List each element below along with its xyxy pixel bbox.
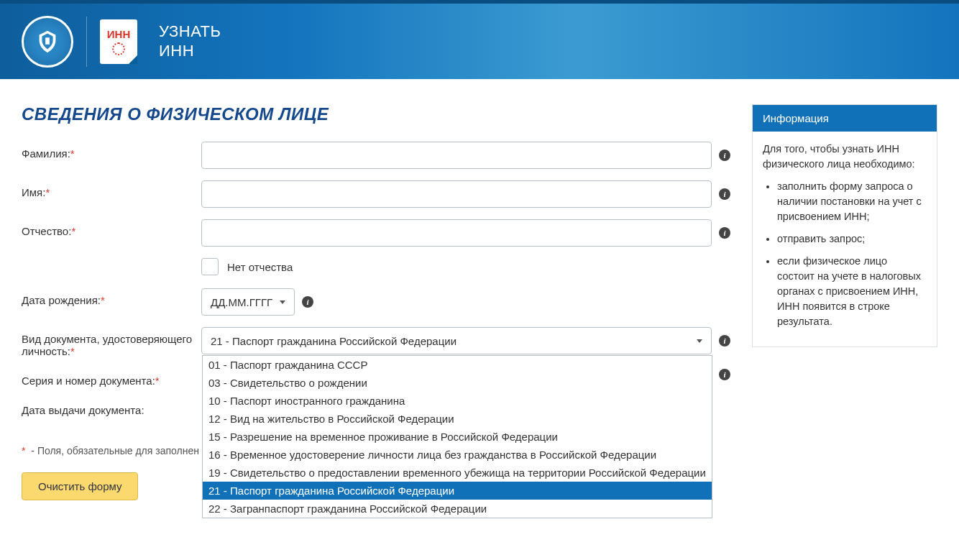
sidebar-title: Информация [753, 105, 937, 132]
header-divider [86, 17, 87, 67]
inn-document-icon: ИНН [100, 19, 137, 64]
sidebar-list-item: заполнить форму запроса о наличии постан… [777, 179, 927, 224]
app-title: УЗНАТЬ ИНН [159, 22, 221, 60]
firstname-label: Имя:* [22, 180, 201, 198]
doc-type-option[interactable]: 21 - Паспорт гражданина Российской Федер… [203, 482, 712, 500]
firstname-input[interactable] [201, 180, 712, 208]
info-icon[interactable]: i [719, 150, 730, 161]
doc-type-option[interactable]: 22 - Загранпаспорт гражданина Российской… [203, 500, 712, 518]
doc-type-label: Вид документа, удостоверяющего личность:… [22, 327, 201, 357]
chevron-down-icon [697, 339, 702, 343]
patronymic-label: Отчество:* [22, 219, 201, 237]
doc-type-option[interactable]: 03 - Свидетельство о рождении [203, 374, 712, 392]
doc-series-label: Серия и номер документа:* [22, 369, 201, 387]
doc-type-select[interactable]: 21 - Паспорт гражданина Российской Федер… [201, 327, 712, 354]
svg-rect-0 [45, 37, 50, 45]
info-icon[interactable]: i [719, 335, 730, 346]
lastname-input[interactable] [201, 142, 712, 169]
info-icon[interactable]: i [719, 227, 730, 239]
sidebar-intro: Для того, чтобы узнать ИНН физического л… [763, 142, 927, 172]
no-patronymic-label: Нет отчества [227, 261, 293, 273]
info-icon[interactable]: i [719, 188, 730, 200]
doc-type-option[interactable]: 19 - Свидетельство о предоставлении врем… [203, 464, 712, 482]
form-panel: СВЕДЕНИЯ О ФИЗИЧЕСКОМ ЛИЦЕ Фамилия:* i И… [22, 104, 730, 500]
inn-badge-text: ИНН [107, 28, 130, 40]
app-header: ИНН УЗНАТЬ ИНН [0, 0, 959, 79]
birthdate-label: Дата рождения:* [22, 288, 201, 306]
doc-type-dropdown: 01 - Паспорт гражданина СССР03 - Свидете… [202, 355, 712, 518]
doc-type-option[interactable]: 01 - Паспорт гражданина СССР [203, 356, 712, 374]
sidebar-list-item: если физическое лицо состоит на учете в … [777, 254, 927, 329]
stamp-icon [112, 42, 125, 55]
no-patronymic-checkbox[interactable] [201, 258, 219, 275]
doc-type-option[interactable]: 12 - Вид на жительство в Российской Феде… [203, 410, 712, 428]
info-icon[interactable]: i [302, 296, 313, 308]
doc-issue-date-label: Дата выдачи документа: [22, 398, 201, 416]
info-sidebar: Информация Для того, чтобы узнать ИНН фи… [752, 104, 937, 347]
doc-type-option[interactable]: 10 - Паспорт иностранного гражданина [203, 392, 712, 410]
fns-emblem-logo [22, 16, 73, 68]
sidebar-list-item: отправить запрос; [777, 231, 927, 247]
birthdate-input[interactable]: ДД.ММ.ГГГГ [201, 288, 295, 316]
clear-form-button[interactable]: Очистить форму [22, 472, 138, 500]
section-title: СВЕДЕНИЯ О ФИЗИЧЕСКОМ ЛИЦЕ [22, 104, 730, 124]
chevron-down-icon [280, 300, 285, 304]
doc-type-option[interactable]: 15 - Разрешение на временное проживание … [203, 428, 712, 446]
patronymic-input[interactable] [201, 219, 712, 247]
info-icon[interactable]: i [719, 369, 730, 380]
doc-type-option[interactable]: 16 - Временное удостоверение личности ли… [203, 446, 712, 464]
lastname-label: Фамилия:* [22, 142, 201, 160]
